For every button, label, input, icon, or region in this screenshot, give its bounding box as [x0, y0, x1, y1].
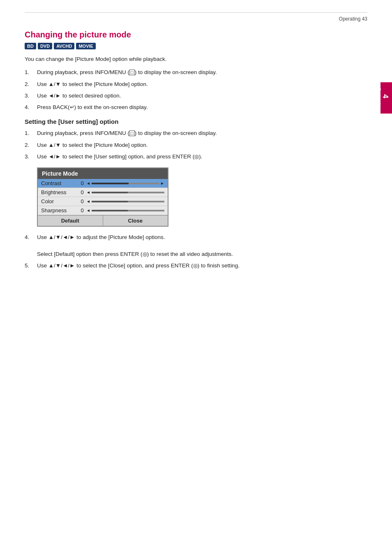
slider-track [92, 192, 164, 193]
top-rule [25, 12, 367, 13]
left-arrow-icon: ◄ [86, 190, 90, 195]
step-num: 2. [25, 141, 34, 149]
badge-avchd: AVCHD [54, 43, 74, 49]
badge-bd: BD [25, 43, 36, 49]
left-arrow-icon: ◄ [86, 181, 90, 186]
brightness-label: Brightness [41, 189, 78, 195]
dialog-row-brightness: Brightness 0 ◄ [38, 188, 168, 197]
brightness-slider: ◄ [86, 190, 164, 195]
after-dialog-steps: 4. Use ▲/▼/◄/► to adjust the [Picture Mo… [25, 233, 367, 270]
slider-track [92, 183, 159, 184]
color-value: 0 [78, 198, 86, 204]
step-text: During playback, press INFO/MENU (□) to … [37, 129, 217, 137]
dialog-row-contrast: Contrast 0 ◄ ► [38, 179, 168, 188]
right-arrow-icon: ► [160, 181, 164, 186]
contrast-label: Contrast [41, 180, 78, 186]
step-text: Use ▲/▼ to select the [Picture Mode] opt… [37, 80, 148, 88]
list-item: 2. Use ▲/▼ to select the [Picture Mode] … [25, 80, 367, 88]
step-sub-text: Select [Default] option then press ENTER… [37, 251, 233, 257]
list-item: 2. Use ▲/▼ to select the [Picture Mode] … [25, 141, 367, 149]
step-text: Use ◄/► to select the [User setting] opt… [37, 153, 202, 161]
dialog-title: Picture Mode [38, 168, 168, 179]
side-tab-number: 4 [381, 94, 390, 98]
dialog-row-color: Color 0 ◄ [38, 197, 168, 206]
side-tab-label: Operating [376, 88, 381, 108]
list-item: 3. Use ◄/► to select the [User setting] … [25, 153, 367, 161]
step-text: Press BACK(↵) to exit the on-screen disp… [37, 103, 148, 111]
contrast-slider: ◄ ► [86, 181, 164, 186]
picture-mode-dialog: Picture Mode Contrast 0 ◄ ► Brightness 0… [37, 167, 168, 227]
intro-text: You can change the [Picture Mode] option… [25, 55, 367, 63]
default-button[interactable]: Default [38, 216, 103, 226]
badge-dvd: DVD [38, 43, 52, 49]
step-num: 3. [25, 92, 34, 100]
sub-section-title: Setting the [User setting] option [25, 118, 367, 125]
color-label: Color [41, 198, 78, 204]
badge-movie: MOVIE [76, 43, 95, 49]
list-item: 1. During playback, press INFO/MENU (□) … [25, 68, 367, 77]
page-container: Operating 43 4 Operating Changing the pi… [0, 0, 392, 293]
left-arrow-icon: ◄ [86, 199, 90, 204]
list-item: 5. Use ▲/▼/◄/► to select the [Close] opt… [25, 262, 367, 270]
step-num: 5. [25, 262, 34, 270]
slider-track [92, 201, 164, 202]
steps-list: 1. During playback, press INFO/MENU (□) … [25, 68, 367, 111]
sharpness-value: 0 [78, 207, 86, 214]
step-content: Use ▲/▼/◄/► to adjust the [Picture Mode]… [37, 233, 233, 258]
sharpness-slider: ◄ [86, 208, 164, 213]
page-number: Operating 43 [339, 16, 367, 22]
step-num: 1. [25, 68, 34, 77]
sharpness-label: Sharpness [41, 207, 78, 214]
dialog-row-sharpness: Sharpness 0 ◄ [38, 206, 168, 215]
list-item: 4. Press BACK(↵) to exit the on-screen d… [25, 103, 367, 111]
step-num: 1. [25, 129, 34, 137]
contrast-value: 0 [78, 180, 86, 186]
list-item: 4. Use ▲/▼/◄/► to adjust the [Picture Mo… [25, 233, 367, 258]
step-text: Use ▲/▼/◄/► to adjust the [Picture Mode]… [37, 234, 165, 240]
list-item: 1. During playback, press INFO/MENU (□) … [25, 129, 367, 137]
format-badges: BD DVD AVCHD MOVIE [25, 43, 367, 49]
step-text: During playback, press INFO/MENU (□) to … [37, 68, 217, 77]
section-title: Changing the picture mode [25, 30, 367, 39]
step-text: Use ◄/► to select desired option. [37, 92, 121, 100]
step-num: 2. [25, 80, 34, 88]
step-num: 4. [25, 103, 34, 111]
step-text: Use ▲/▼/◄/► to select the [Close] option… [37, 262, 240, 270]
side-tab: 4 Operating [380, 82, 392, 114]
step-num: 3. [25, 153, 34, 161]
dialog-footer: Default Close [38, 215, 168, 226]
page-header: Operating 43 [25, 16, 367, 22]
step-text: Use ▲/▼ to select the [Picture Mode] opt… [37, 141, 148, 149]
brightness-value: 0 [78, 189, 86, 195]
color-slider: ◄ [86, 199, 164, 204]
step-num: 4. [25, 233, 34, 258]
left-arrow-icon: ◄ [86, 208, 90, 213]
slider-track [92, 210, 164, 211]
close-button[interactable]: Close [103, 216, 168, 226]
sub-steps-list: 1. During playback, press INFO/MENU (□) … [25, 129, 367, 161]
list-item: 3. Use ◄/► to select desired option. [25, 92, 367, 100]
